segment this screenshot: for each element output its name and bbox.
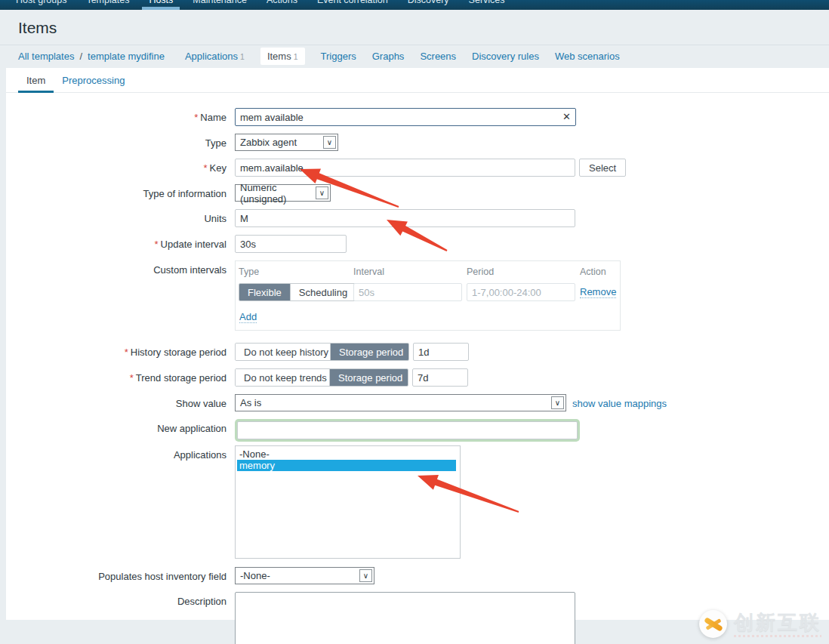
form-row-applications: Applications -None- memory (6, 445, 829, 559)
context-tab-graphs[interactable]: Graphs (372, 51, 405, 62)
update-interval-input[interactable] (235, 235, 347, 253)
breadcrumb: All templates / template mydifine Applic… (0, 45, 829, 68)
history-storage-period-button[interactable]: Storage period (330, 344, 408, 360)
context-tab-web-scenarios[interactable]: Web scenarios (555, 51, 620, 62)
update-interval-label: Update interval (161, 239, 227, 250)
trend-storage-input[interactable] (412, 368, 468, 387)
nav-item-hosts[interactable]: Hosts (139, 0, 183, 10)
trend-storage-toggle: Do not keep trends Storage period (235, 368, 408, 387)
nav-item-event-correlation[interactable]: Event correlation (307, 0, 398, 10)
units-label: Units (204, 213, 227, 224)
required-asterisk: * (194, 112, 198, 123)
context-tabs: Applications1 Items1 Triggers Graphs Scr… (185, 51, 620, 62)
type-select[interactable]: Zabbix agent ∨ (235, 134, 338, 151)
nav-item-maintenance[interactable]: Maintenance (183, 0, 257, 10)
trend-storage-label: Trend storage period (136, 372, 227, 384)
applications-option-none[interactable]: -None- (237, 448, 458, 460)
type-of-information-value: Numeric (unsigned) (240, 182, 314, 205)
tab-item[interactable]: Item (18, 68, 54, 92)
history-storage-input[interactable] (413, 343, 469, 361)
form-row-new-application: New application (6, 419, 829, 442)
units-input[interactable] (235, 209, 575, 227)
nav-item-actions[interactable]: Actions (257, 0, 307, 10)
context-tab-items[interactable]: Items1 (260, 48, 305, 65)
ci-remove-link[interactable]: Remove (580, 286, 616, 298)
ci-type-flexible-button[interactable]: Flexible (239, 284, 290, 300)
ci-period-input[interactable] (467, 283, 575, 301)
form-row-type-of-information: Type of information Numeric (unsigned) ∨ (6, 184, 829, 202)
description-label: Description (177, 596, 227, 607)
description-textarea[interactable] (235, 592, 575, 644)
form-row-trend-storage: *Trend storage period Do not keep trends… (6, 368, 829, 387)
trend-do-not-keep-button[interactable]: Do not keep trends (236, 369, 329, 386)
custom-interval-row: Flexible Scheduling Remove (239, 283, 617, 301)
page-title: Items (0, 10, 829, 45)
form-tabbar: Item Preprocessing (6, 68, 829, 93)
applications-option-memory[interactable]: memory (237, 460, 456, 471)
show-value-selected: As is (240, 397, 261, 408)
ci-type-toggle: Flexible Scheduling (239, 283, 356, 301)
context-tab-label: Applications (185, 51, 238, 62)
context-tab-label: Items (267, 51, 291, 62)
context-tab-discovery-rules[interactable]: Discovery rules (472, 51, 539, 62)
watermark-subline (734, 635, 821, 637)
ci-add-link[interactable]: Add (239, 311, 257, 323)
new-application-input[interactable] (237, 421, 578, 439)
custom-intervals-box: Type Interval Period Action Flexible Sch… (235, 260, 621, 331)
nav-item-templates[interactable]: Templates (76, 0, 139, 10)
ci-interval-input[interactable] (353, 283, 462, 301)
show-value-mappings-link[interactable]: show value mappings (572, 394, 667, 409)
nav-item-host-groups[interactable]: Host groups (6, 0, 76, 10)
inventory-select[interactable]: -None- ∨ (235, 567, 374, 584)
applications-listbox[interactable]: -None- memory (235, 445, 461, 559)
watermark: 创新互联 (699, 610, 821, 638)
form-row-show-value: Show value As is ∨ show value mappings (6, 394, 829, 411)
history-storage-toggle: Do not keep history Storage period (235, 343, 409, 361)
name-input[interactable] (235, 108, 576, 126)
ci-header-type: Type (239, 267, 353, 277)
breadcrumb-all-templates[interactable]: All templates (18, 51, 74, 62)
type-label: Type (205, 137, 227, 149)
breadcrumb-separator: / (74, 51, 88, 62)
trend-storage-period-button[interactable]: Storage period (329, 369, 408, 386)
key-select-button[interactable]: Select (579, 159, 626, 177)
required-asterisk: * (125, 347, 128, 358)
chevron-down-icon: ∨ (323, 136, 336, 149)
form-row-update-interval: *Update interval (6, 235, 829, 253)
nav-item-services[interactable]: Services (459, 0, 515, 10)
form-row-name: *Name ✕ (6, 108, 829, 126)
form-row-history-storage: *History storage period Do not keep hist… (6, 343, 829, 361)
required-asterisk: * (154, 239, 158, 250)
history-do-not-keep-button[interactable]: Do not keep history (236, 344, 330, 360)
inventory-selected: -None- (240, 570, 270, 581)
tab-preprocessing[interactable]: Preprocessing (54, 68, 133, 92)
inventory-label: Populates host inventory field (98, 571, 227, 582)
ci-header-interval: Interval (353, 267, 467, 277)
watermark-text: 创新互联 (734, 612, 821, 633)
required-asterisk: * (204, 162, 208, 174)
context-tab-screens[interactable]: Screens (420, 51, 456, 62)
ci-header-action: Action (580, 267, 617, 277)
form-row-type: Type Zabbix agent ∨ (6, 134, 829, 151)
required-asterisk: * (130, 372, 134, 384)
applications-label: Applications (174, 449, 227, 461)
custom-intervals-label: Custom intervals (153, 264, 227, 276)
name-label: Name (200, 112, 227, 123)
key-input[interactable] (235, 159, 575, 177)
breadcrumb-template-name[interactable]: template mydifine (88, 51, 165, 62)
ci-header-period: Period (467, 267, 580, 277)
show-value-select[interactable]: As is ∨ (235, 394, 566, 411)
context-tab-applications[interactable]: Applications1 (185, 51, 245, 62)
type-select-value: Zabbix agent (240, 137, 297, 148)
form-row-custom-intervals: Custom intervals Type Interval Period Ac… (6, 260, 829, 331)
watermark-logo-icon (699, 610, 727, 638)
context-tab-triggers[interactable]: Triggers (321, 51, 356, 62)
clear-icon[interactable]: ✕ (562, 111, 571, 123)
item-form-card: Item Preprocessing *Name ✕ Type Zabbix a… (6, 68, 829, 620)
nav-item-discovery[interactable]: Discovery (398, 0, 459, 10)
type-of-information-label: Type of information (143, 188, 227, 199)
type-of-information-select[interactable]: Numeric (unsigned) ∨ (235, 184, 331, 202)
form-row-key: *Key Select (6, 159, 829, 177)
top-nav-bar: Host groups Templates Hosts Maintenance … (0, 0, 829, 10)
ci-type-scheduling-button[interactable]: Scheduling (290, 284, 356, 300)
